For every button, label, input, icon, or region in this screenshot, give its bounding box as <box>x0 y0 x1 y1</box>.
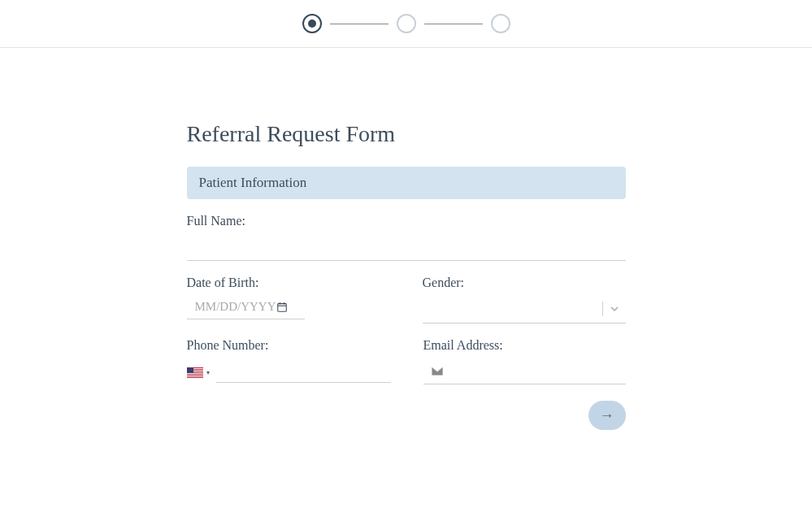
chevron-down-icon <box>610 304 619 314</box>
dob-input[interactable] <box>187 300 276 314</box>
email-wrapper <box>423 358 626 384</box>
dob-label: Date of Birth: <box>187 276 390 290</box>
form-container: Referral Request Form Patient Informatio… <box>187 48 626 430</box>
step-1-indicator[interactable] <box>302 14 322 33</box>
phone-label: Phone Number: <box>187 338 391 353</box>
stepper-container <box>0 0 812 48</box>
section-header: Patient Information <box>187 167 626 199</box>
step-line-2 <box>424 24 483 24</box>
step-2-indicator[interactable] <box>397 14 416 33</box>
stepper <box>302 14 510 33</box>
form-title: Referral Request Form <box>187 121 626 147</box>
phone-input[interactable] <box>216 363 391 383</box>
select-divider <box>602 302 603 316</box>
email-input[interactable] <box>449 364 626 377</box>
country-chevron-icon[interactable]: ▾ <box>206 369 210 376</box>
full-name-input[interactable] <box>187 233 626 261</box>
field-row-phone-email: Phone Number: ▾ Email Address: <box>187 338 626 384</box>
arrow-right-icon: → <box>600 407 614 424</box>
calendar-icon[interactable] <box>276 302 288 313</box>
email-label: Email Address: <box>423 338 626 353</box>
gender-select[interactable] <box>423 295 626 323</box>
step-3-indicator[interactable] <box>491 14 510 33</box>
full-name-label: Full Name: <box>187 214 626 228</box>
step-line-1 <box>330 24 389 24</box>
dob-input-wrapper[interactable] <box>187 295 305 319</box>
us-flag-icon[interactable] <box>187 367 203 378</box>
field-row-dob-gender: Date of Birth: Gender: <box>187 276 626 323</box>
next-button[interactable]: → <box>588 401 626 430</box>
phone-wrapper: ▾ <box>187 358 391 383</box>
field-row-fullname: Full Name: <box>187 214 626 261</box>
section-header-text: Patient Information <box>199 175 307 190</box>
gender-label: Gender: <box>423 276 626 290</box>
email-icon <box>432 367 443 376</box>
svg-rect-0 <box>277 303 286 311</box>
